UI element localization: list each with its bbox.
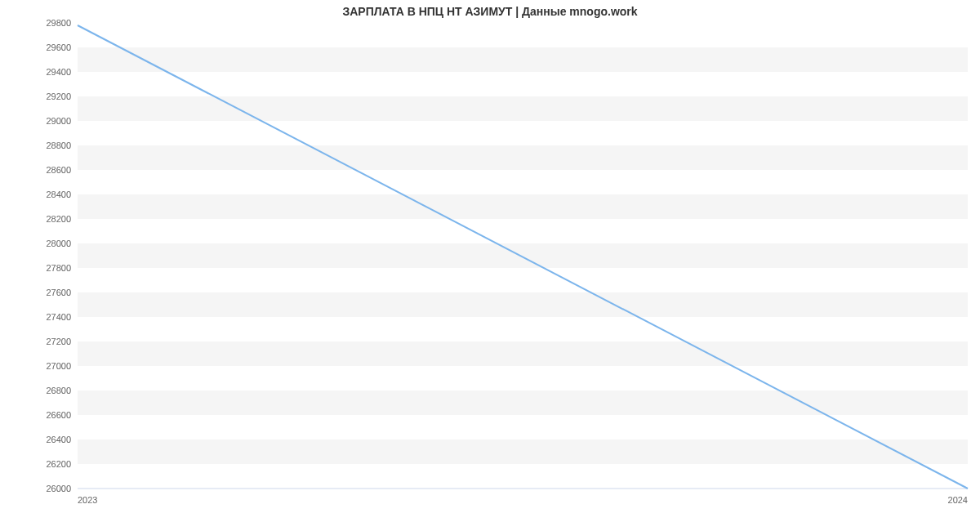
y-tick-label: 29400 [46,67,71,77]
y-tick-label: 29000 [46,116,71,126]
y-tick-label: 27200 [46,337,71,346]
y-tick-label: 28800 [46,141,71,150]
grid-band [78,145,968,170]
chart-title: ЗАРПЛАТА В НПЦ НТ АЗИМУТ | Данные mnogo.… [0,0,980,18]
y-tick-label: 29200 [46,91,71,101]
grid-band [78,243,968,268]
x-tick-label: 2024 [948,495,968,505]
y-tick-label: 26600 [46,410,71,420]
grid-band [78,341,968,366]
y-tick-label: 26400 [46,435,71,444]
grid-band [78,292,968,317]
grid-band [78,96,968,121]
y-tick-label: 28000 [46,239,71,248]
y-tick-label: 26000 [46,484,71,493]
y-tick-label: 27800 [46,263,71,273]
y-tick-label: 28600 [46,165,71,175]
chart-svg: 2600026200264002660026800270002720027400… [0,18,980,531]
y-tick-label: 27400 [46,312,71,322]
chart-area: 2600026200264002660026800270002720027400… [0,18,980,531]
y-tick-label: 27600 [46,288,71,297]
grid-band [78,440,968,464]
grid-band [78,47,968,72]
y-tick-label: 26200 [46,459,71,469]
y-tick-label: 28200 [46,214,71,224]
grid-band [78,390,968,415]
y-tick-label: 26800 [46,386,71,395]
y-tick-label: 28400 [46,190,71,199]
x-tick-label: 2023 [78,495,97,505]
y-tick-label: 29600 [46,42,71,52]
y-tick-label: 27000 [46,361,71,371]
y-tick-label: 29800 [46,18,71,28]
grid-band [78,194,968,219]
